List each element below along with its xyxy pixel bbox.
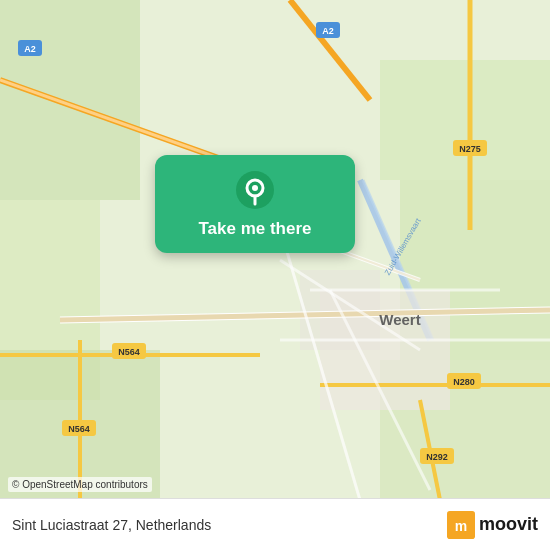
svg-text:N275: N275: [459, 144, 481, 154]
svg-text:N564: N564: [68, 424, 90, 434]
svg-text:Weert: Weert: [379, 311, 420, 328]
svg-rect-1: [0, 0, 140, 200]
svg-text:A2: A2: [322, 26, 334, 36]
svg-text:N564: N564: [118, 347, 140, 357]
svg-text:N292: N292: [426, 452, 448, 462]
address-label: Sint Luciastraat 27, Netherlands: [12, 517, 211, 533]
location-pin-icon: [236, 171, 274, 209]
map-container: A2 A2 N275 N564 N564 N280 N292: [0, 0, 550, 550]
moovit-logo: m moovit: [447, 511, 538, 539]
svg-text:N280: N280: [453, 377, 475, 387]
moovit-icon-svg: m: [447, 511, 475, 539]
location-card: Take me there: [155, 155, 355, 253]
svg-text:A2: A2: [24, 44, 36, 54]
svg-text:m: m: [455, 517, 467, 533]
take-me-there-button[interactable]: Take me there: [198, 219, 311, 239]
bottom-bar: Sint Luciastraat 27, Netherlands m moovi…: [0, 498, 550, 550]
osm-attribution: © OpenStreetMap contributors: [8, 477, 152, 492]
map-svg: A2 A2 N275 N564 N564 N280 N292: [0, 0, 550, 550]
svg-rect-3: [380, 60, 550, 180]
svg-point-46: [252, 185, 258, 191]
moovit-brand-text: moovit: [479, 514, 538, 535]
